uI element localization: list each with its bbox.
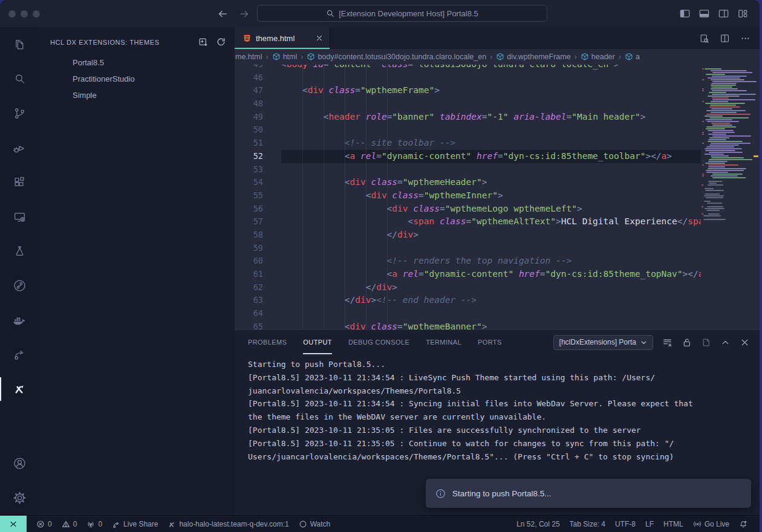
- status-item-0[interactable]: 0: [82, 516, 107, 532]
- sidebar-item-Simple[interactable]: Simple: [39, 87, 235, 103]
- status-item-html[interactable]: HTML: [659, 516, 688, 532]
- activity-accounts[interactable]: [0, 446, 39, 481]
- status-item-watch[interactable]: Watch: [294, 516, 336, 532]
- maximize-panel-icon[interactable]: [720, 337, 731, 348]
- activity-remote-explorer[interactable]: [0, 199, 39, 234]
- back-icon[interactable]: [217, 8, 229, 20]
- customize-layout-icon[interactable]: [737, 8, 749, 19]
- code-line-59[interactable]: 59: [235, 242, 701, 255]
- output-line: [Portal8.5] 2023-10-11 21:34:54 : Syncin…: [248, 397, 760, 410]
- code-line-50[interactable]: 50: [235, 123, 701, 137]
- panel-tab-problems[interactable]: PROBLEMS: [248, 330, 287, 354]
- status-item-0[interactable]: 0: [57, 516, 82, 532]
- panel-tab-ports[interactable]: PORTS: [478, 330, 502, 354]
- code-line-47[interactable]: 47 <div class="wpthemeFrame">: [235, 84, 701, 97]
- code-line-61[interactable]: 61 <a rel="dynamic-content" href="dyn-cs…: [235, 268, 701, 281]
- status-item-utf-8[interactable]: UTF-8: [610, 516, 640, 532]
- toggle-sidebar-icon[interactable]: [679, 8, 691, 19]
- code-line-54[interactable]: 54 <div class="wpthemeHeader">: [235, 176, 701, 189]
- activity-explorer[interactable]: [0, 27, 39, 62]
- breadcrumb-item[interactable]: a: [625, 53, 640, 61]
- activity-run-debug[interactable]: [0, 131, 39, 165]
- status-item-lf[interactable]: LF: [640, 516, 659, 532]
- open-output-in-editor-icon[interactable]: [701, 337, 711, 348]
- forward-icon[interactable]: [238, 8, 250, 20]
- breadcrumb-item[interactable]: header: [581, 53, 615, 61]
- code-line-53[interactable]: 53: [235, 163, 701, 177]
- notification-toast[interactable]: Starting to push Portal8.5...: [426, 479, 751, 508]
- output-line: Starting to push Portal8.5...: [248, 358, 760, 371]
- tab-theme-html[interactable]: theme.html: [235, 27, 330, 49]
- toggle-secondary-sidebar-icon[interactable]: [718, 8, 729, 19]
- code-line-45[interactable]: 45<body id="content" class="lotusui30doj…: [235, 65, 701, 71]
- code-line-51[interactable]: 51 <!-- site toolbar -->: [235, 137, 701, 150]
- close-tab-icon[interactable]: [315, 34, 324, 42]
- breadcrumb-item[interactable]: body#content.lotusui30dojo.tundra.claro.…: [307, 53, 486, 61]
- status-item-live-share[interactable]: Live Share: [107, 516, 163, 532]
- breadcrumb-item[interactable]: me.html: [235, 53, 262, 61]
- code-line-48[interactable]: 48: [235, 97, 701, 111]
- code-line-62[interactable]: 62 </div>: [235, 281, 701, 294]
- code-line-64[interactable]: 64: [235, 307, 701, 320]
- open-preview-icon[interactable]: [699, 33, 709, 44]
- activity-search[interactable]: [0, 62, 39, 96]
- output-log[interactable]: Starting to push Portal8.5...[Portal8.5]…: [235, 354, 760, 463]
- code-line-52[interactable]: 52 <a rel="dynamic-content" href="dyn-cs…: [235, 150, 701, 163]
- minimize-window-button[interactable]: [21, 10, 28, 18]
- import-theme-icon[interactable]: [198, 37, 208, 47]
- code-line-57[interactable]: 57 <span class="wpthemeAltText">HCL Digi…: [235, 215, 701, 229]
- status-item-tab-size-4[interactable]: Tab Size: 4: [565, 516, 610, 532]
- code-line-49[interactable]: 49 <header role="banner" tabindex="-1" a…: [235, 111, 701, 124]
- more-actions-icon[interactable]: [740, 33, 751, 44]
- status-item-bell-dot-icon[interactable]: [734, 516, 752, 532]
- hcl-dx-icon: [12, 381, 27, 397]
- code-line-60[interactable]: 60 <!-- renders the top navigation -->: [235, 255, 701, 268]
- zoom-window-button[interactable]: [33, 10, 40, 18]
- html5-icon: [243, 34, 252, 43]
- refresh-icon[interactable]: [216, 37, 226, 47]
- activity-testing[interactable]: [0, 234, 39, 268]
- theme-list: Portal8.5PractitionerStudioSimple: [39, 54, 235, 103]
- lock-scroll-icon[interactable]: [682, 337, 692, 348]
- breadcrumb-separator: ›: [265, 53, 268, 61]
- sidebar-item-Portal8.5[interactable]: Portal8.5: [39, 54, 235, 71]
- code-line-56[interactable]: 56 <div class="wpthemeLogo wpthemeLeft">: [235, 203, 701, 216]
- code-line-46[interactable]: 46: [235, 71, 701, 85]
- code-editor[interactable]: 45<body id="content" class="lotusui30doj…: [235, 65, 760, 329]
- minimap[interactable]: [701, 67, 752, 223]
- split-editor-icon[interactable]: [720, 33, 730, 44]
- status-item-0[interactable]: 0: [31, 516, 57, 532]
- panel-tab-terminal[interactable]: TERMINAL: [426, 330, 461, 354]
- code-line-63[interactable]: 63 </div><!-- end header -->: [235, 294, 701, 307]
- toggle-panel-icon[interactable]: [698, 8, 710, 19]
- panel-tab-debug-console[interactable]: DEBUG CONSOLE: [348, 330, 409, 354]
- activity-source-control[interactable]: [0, 96, 39, 131]
- activity-live-share[interactable]: [0, 337, 39, 372]
- output-channel-value: [hclDxExtensions] Porta: [559, 338, 636, 346]
- command-center[interactable]: [Extension Development Host] Portal8.5: [257, 5, 547, 22]
- activity-hcl-dx[interactable]: [0, 372, 39, 406]
- activity-settings[interactable]: [0, 481, 39, 515]
- breadcrumb-item[interactable]: div.wpthemeFrame: [496, 53, 570, 61]
- code-line-55[interactable]: 55 <div class="wpthemeInner">: [235, 189, 701, 203]
- sidebar-item-PractitionerStudio[interactable]: PractitionerStudio: [39, 71, 235, 87]
- panel-tab-output[interactable]: OUTPUT: [303, 330, 332, 354]
- code-line-58[interactable]: 58 </div>: [235, 229, 701, 242]
- clear-output-icon[interactable]: [662, 337, 672, 348]
- close-window-button[interactable]: [8, 10, 16, 18]
- breadcrumb-separator: ›: [301, 53, 303, 61]
- remote-indicator[interactable]: [0, 516, 27, 532]
- close-panel-icon[interactable]: [740, 337, 750, 348]
- overview-ruler[interactable]: [752, 65, 760, 329]
- activity-commit-graph[interactable]: [0, 268, 39, 303]
- status-item-go-live[interactable]: Go Live: [688, 516, 734, 532]
- status-item-halo-halo-latest-team-q-dev-com-1[interactable]: halo-halo-latest.team-q-dev.com:1: [163, 516, 293, 532]
- code-line-65[interactable]: 65 <div class="wpthemeBanner">: [235, 320, 701, 329]
- output-channel-select[interactable]: [hclDxExtensions] Porta: [553, 335, 653, 350]
- activity-extensions[interactable]: [0, 165, 39, 199]
- activity-docker[interactable]: [0, 303, 39, 337]
- sidebar-title: HCL DX EXTENSIONS: THEMES: [50, 39, 198, 46]
- editor-actions: [699, 27, 760, 49]
- breadcrumb-item[interactable]: html: [272, 53, 298, 61]
- status-item-ln-52-col-25[interactable]: Ln 52, Col 25: [512, 516, 564, 532]
